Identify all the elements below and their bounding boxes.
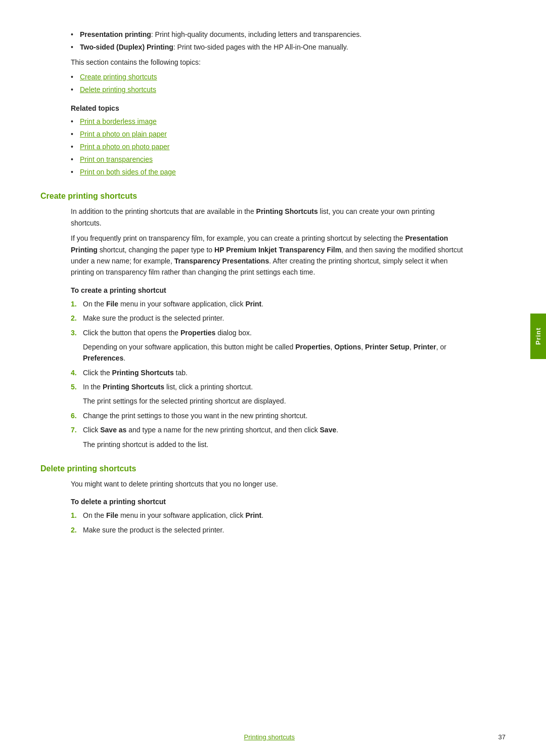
related-link-plain-paper[interactable]: Print a photo on plain paper (71, 129, 465, 140)
topic-link-create[interactable]: Create printing shortcuts (71, 72, 465, 82)
page-footer: Printing shortcuts 37 (0, 733, 546, 741)
create-steps-list-2: 4. Click the Printing Shortcuts tab. 5. … (71, 367, 465, 393)
related-link-transparencies[interactable]: Print on transparencies (71, 154, 465, 165)
create-para1: In addition to the printing shortcuts th… (71, 206, 465, 229)
delete-step2-text: Make sure the product is the selected pr… (83, 526, 224, 534)
related-link-both-sides[interactable]: Print on both sides of the page (71, 167, 465, 177)
page-content: Presentation printing: Print high-qualit… (0, 0, 506, 579)
step6-text: Change the print settings to those you w… (83, 412, 307, 420)
create-step-4: 4. Click the Printing Shortcuts tab. (71, 367, 465, 378)
footer-page-number: 37 (498, 733, 506, 741)
step2-text: Make sure the product is the selected pr… (83, 314, 224, 322)
delete-step-num-1: 1. (71, 510, 77, 521)
print-both-sides-link[interactable]: Print on both sides of the page (80, 168, 176, 176)
create-para2-text2: shortcut, changing the paper type to (98, 246, 214, 254)
create-para1-bold: Printing Shortcuts (256, 207, 318, 215)
bullet-presentation: Presentation printing: Print high-qualit… (71, 29, 465, 40)
step-num-3: 3. (71, 327, 77, 338)
step1-text: On the File menu in your software applic… (83, 300, 263, 308)
delete-step-num-2: 2. (71, 524, 77, 536)
related-link-photo-paper[interactable]: Print a photo on photo paper (71, 142, 465, 152)
create-para2: If you frequently print on transparency … (71, 233, 465, 278)
top-bullets: Presentation printing: Print high-qualit… (71, 29, 465, 53)
create-step-7: 7. Click Save as and type a name for the… (71, 424, 465, 435)
create-steps-list: 1. On the File menu in your software app… (71, 298, 465, 338)
create-step-2: 2. Make sure the product is the selected… (71, 313, 465, 324)
delete-para: You might want to delete printing shortc… (71, 478, 465, 490)
related-topics-heading: Related topics (71, 104, 465, 112)
create-step-6: 6. Change the print settings to those yo… (71, 410, 465, 421)
bullet-duplex: Two-sided (Duplex) Printing: Print two-s… (71, 42, 465, 53)
create-steps-list-3: 6. Change the print settings to those yo… (71, 410, 465, 436)
step3-text: Click the button that opens the Properti… (83, 329, 252, 337)
delete-section-heading: Delete printing shortcuts (40, 464, 465, 473)
step4-text: Click the Printing Shortcuts tab. (83, 369, 188, 377)
print-photo-paper-link[interactable]: Print a photo on photo paper (80, 143, 169, 151)
step5-text: In the Printing Shortcuts list, click a … (83, 383, 253, 391)
bullet-duplex-text: : Print two-sided pages with the HP All-… (173, 43, 348, 51)
step-num-4: 4. (71, 367, 77, 378)
create-shortcuts-link[interactable]: Create printing shortcuts (80, 73, 157, 81)
step3-extra: Depending on your software application, … (83, 341, 465, 364)
create-para2-bold3: Transparency Presentations (174, 257, 269, 265)
create-step-5: 5. In the Printing Shortcuts list, click… (71, 381, 465, 392)
step7-text: Click Save as and type a name for the ne… (83, 426, 338, 434)
delete-step-1: 1. On the File menu in your software app… (71, 510, 465, 521)
side-tab-print[interactable]: Print (530, 314, 546, 359)
step-num-7: 7. (71, 424, 77, 435)
section-intro-text: This section contains the following topi… (71, 57, 465, 68)
print-plain-paper-link[interactable]: Print a photo on plain paper (80, 130, 167, 138)
create-step-1: 1. On the File menu in your software app… (71, 298, 465, 309)
bullet-presentation-bold: Presentation printing (80, 30, 151, 38)
delete-subheading: To delete a printing shortcut (71, 498, 465, 506)
step-num-2: 2. (71, 313, 77, 324)
bullet-presentation-text: : Print high-quality documents, includin… (151, 30, 361, 38)
topic-link-delete[interactable]: Delete printing shortcuts (71, 84, 465, 95)
create-step-3: 3. Click the button that opens the Prope… (71, 327, 465, 338)
delete-shortcuts-link[interactable]: Delete printing shortcuts (80, 85, 156, 94)
print-borderless-link[interactable]: Print a borderless image (80, 117, 157, 125)
related-link-borderless[interactable]: Print a borderless image (71, 116, 465, 127)
step-num-5: 5. (71, 381, 77, 392)
step-num-6: 6. (71, 410, 77, 421)
delete-steps-list: 1. On the File menu in your software app… (71, 510, 465, 536)
delete-step1-text: On the File menu in your software applic… (83, 511, 263, 519)
bullet-duplex-bold: Two-sided (Duplex) Printing (80, 43, 173, 51)
delete-step-2: 2. Make sure the product is the selected… (71, 524, 465, 536)
step7-extra: The printing shortcut is added to the li… (83, 439, 465, 450)
print-transparencies-link[interactable]: Print on transparencies (80, 155, 153, 163)
footer-link[interactable]: Printing shortcuts (244, 733, 295, 741)
create-para2-text1: If you frequently print on transparency … (71, 234, 405, 242)
footer-printing-shortcuts-link[interactable]: Printing shortcuts (244, 733, 295, 741)
step-num-1: 1. (71, 298, 77, 309)
topic-links-list: Create printing shortcuts Delete printin… (71, 72, 465, 95)
create-section-heading: Create printing shortcuts (40, 192, 465, 201)
create-subheading: To create a printing shortcut (71, 286, 465, 294)
create-para1-text: In addition to the printing shortcuts th… (71, 207, 256, 215)
create-para2-bold2: HP Premium Inkjet Transparency Film (214, 246, 341, 254)
related-links-list: Print a borderless image Print a photo o… (71, 116, 465, 177)
step5-extra: The print settings for the selected prin… (83, 395, 465, 407)
